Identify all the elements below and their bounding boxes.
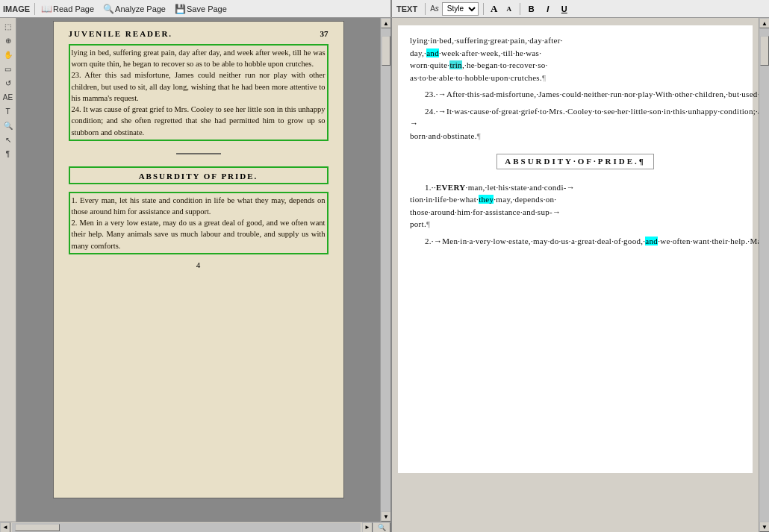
read-page-icon: 📖 <box>41 4 52 14</box>
paragraph-3: 24. It was cause of great grief to Mrs. … <box>72 104 326 138</box>
main-content: ⬚ ⊕ ✋ ▭ ↺ AE T 🔍 ↖ ¶ JUVENILE READER. 37 <box>0 18 769 532</box>
hscrollbar-thumb[interactable] <box>15 524 60 531</box>
text-scrollbar-track[interactable] <box>759 28 769 522</box>
text-inner: lying·in·bed,·suffering·great·pain,·day·… <box>392 18 759 532</box>
text-scroll-down[interactable]: ▼ <box>759 522 769 532</box>
decorative-line <box>69 145 329 159</box>
hscrollbar[interactable] <box>12 523 361 532</box>
save-page-button[interactable]: 💾 Save Page <box>170 3 231 15</box>
selection-box-2[interactable]: 1. Every man, let his state and conditio… <box>69 192 329 254</box>
style-icon: As <box>430 4 439 13</box>
scroll-up-button[interactable]: ▲ <box>381 18 390 28</box>
text-content-area: lying·in·bed,·suffering·great·pain,·day·… <box>392 18 769 532</box>
underline-button[interactable]: U <box>558 2 571 16</box>
highlight-they: they <box>479 195 494 204</box>
section-heading-wrapper: ABSURDITY OF PRIDE. <box>69 162 329 189</box>
text-scrollbar[interactable]: ▲ ▼ <box>759 18 769 532</box>
pilcrow-1 <box>542 73 546 82</box>
font-larger-button[interactable]: A <box>488 2 500 16</box>
paragraph-5: 2. Men in a very low estate, may do us a… <box>72 217 326 251</box>
tool-rotate[interactable]: ↺ <box>1 76 15 90</box>
style-dropdown[interactable]: Style <box>442 2 479 16</box>
tools-sidebar: ⬚ ⊕ ✋ ▭ ↺ AE T 🔍 ↖ ¶ <box>0 18 16 522</box>
top-bar: IMAGE 📖 Read Page 🔍 Analyze Page 💾 Save … <box>0 0 769 18</box>
image-panel: ⬚ ⊕ ✋ ▭ ↺ AE T 🔍 ↖ ¶ JUVENILE READER. 37 <box>0 18 392 532</box>
hscroll-right-button[interactable]: ► <box>362 522 373 533</box>
text-para-ev1: 1.··EVERY·man,·let·his·state·and·condi-→… <box>410 181 741 231</box>
zoom-indicator[interactable]: 🔍 <box>373 522 390 533</box>
text-para-1: lying·in·bed,·suffering·great·pain,·day·… <box>410 34 741 84</box>
pilcrow-24 <box>477 131 481 140</box>
tool-zoom[interactable]: ⊕ <box>1 34 15 47</box>
text-section-heading: ABSURDITY·OF·PRIDE.¶ <box>496 154 653 169</box>
scrollbar-track[interactable] <box>381 28 390 511</box>
read-page-button[interactable]: 📖 Read Page <box>37 3 99 15</box>
page-image-area: JUVENILE READER. 37 lying in bed, suffer… <box>16 18 380 522</box>
image-bottom-bar: ◄ ► 🔍 <box>0 522 390 532</box>
paragraph-2: 23. After this sad misfortune, James cou… <box>72 69 326 104</box>
scroll-down-button[interactable]: ▼ <box>381 511 390 522</box>
page-document: JUVENILE READER. 37 lying in bed, suffer… <box>53 21 344 498</box>
page-title: JUVENILE READER. <box>69 29 173 38</box>
tool-arrow[interactable]: ↖ <box>1 133 15 146</box>
text-scrollbar-thumb[interactable] <box>760 36 769 66</box>
hscroll-left-button[interactable]: ◄ <box>0 522 10 533</box>
selection-box-1[interactable]: lying in bed, suffering great pain, day … <box>69 44 329 141</box>
page-header: JUVENILE READER. 37 <box>69 29 329 38</box>
font-smaller-button[interactable]: A <box>503 2 515 16</box>
save-page-icon: 💾 <box>175 4 185 14</box>
image-scrollbar[interactable]: ▲ ▼ <box>380 18 390 522</box>
paragraph-1: lying in bed, suffering great pain, day … <box>72 47 326 69</box>
analyze-page-button[interactable]: 🔍 Analyze Page <box>99 3 170 15</box>
italic-button[interactable]: I <box>541 2 555 16</box>
text-para-23: 23.·→After·this·sad·misfortune,·James·co… <box>410 88 741 101</box>
text-document[interactable]: lying·in·bed,·suffering·great·pain,·day·… <box>398 25 753 473</box>
scrollbar-thumb[interactable] <box>382 36 390 66</box>
image-toolbar: IMAGE 📖 Read Page 🔍 Analyze Page 💾 Save … <box>0 0 392 17</box>
tool-text[interactable]: T <box>1 104 15 118</box>
text-label: TEXT <box>396 4 417 13</box>
tool-region[interactable]: ▭ <box>1 62 15 75</box>
text-para-24: 24.·→It·was·cause·of·great·grief·to·Mrs.… <box>410 105 741 143</box>
tool-pilcrow[interactable]: ¶ <box>1 147 15 160</box>
image-label: IMAGE <box>3 4 30 13</box>
text-panel: lying·in·bed,·suffering·great·pain,·day·… <box>392 18 769 532</box>
style-area: As Style <box>430 2 479 16</box>
paragraph-4: 1. Every man, let his state and conditio… <box>72 195 326 217</box>
text-para-ev2: 2.·→Men·in·a·very·low·estate,·may·do·us·… <box>410 235 741 248</box>
highlight-and2: and <box>645 237 658 245</box>
section-heading-image[interactable]: ABSURDITY OF PRIDE. <box>69 166 329 184</box>
page-number: 37 <box>320 29 329 38</box>
page-footer: 4 <box>69 260 329 269</box>
highlight-trin: trin <box>449 60 461 69</box>
tool-ocr[interactable]: AE <box>1 90 15 104</box>
text-toolbar: TEXT As Style A A B I U <box>392 0 769 17</box>
text-scroll-up[interactable]: ▲ <box>759 18 769 28</box>
text-section-heading-wrapper: ABSURDITY·OF·PRIDE.¶ <box>410 148 741 175</box>
tool-search[interactable]: 🔍 <box>1 119 15 132</box>
tool-select[interactable]: ⬚ <box>1 19 15 33</box>
pilcrow-ev1 <box>426 219 430 228</box>
tool-pan[interactable]: ✋ <box>1 48 15 61</box>
highlight-and: and <box>426 48 439 57</box>
bold-button[interactable]: B <box>525 2 538 16</box>
analyze-page-icon: 🔍 <box>103 4 113 14</box>
